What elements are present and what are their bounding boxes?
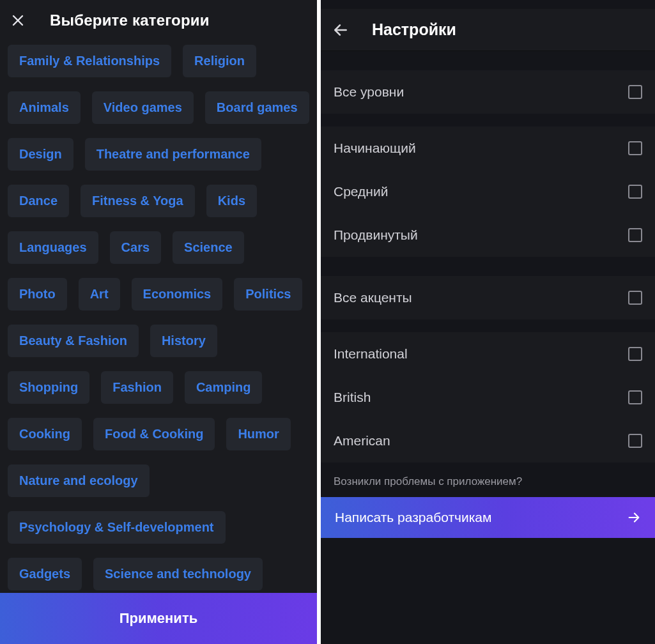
checkbox-icon[interactable] — [628, 434, 642, 448]
category-chip[interactable]: Psychology & Self-development — [8, 511, 226, 544]
section-gap — [321, 114, 655, 126]
setting-label: Продвинутый — [334, 227, 418, 243]
category-chip[interactable]: Animals — [8, 91, 81, 124]
apply-button[interactable]: Применить — [0, 593, 317, 644]
categories-screen: Выберите категории Family & Relationship… — [0, 0, 321, 644]
contact-developers-button[interactable]: Написать разработчикам — [321, 497, 655, 538]
category-chip[interactable]: Food & Cooking — [93, 418, 215, 450]
setting-label: Средний — [334, 184, 388, 199]
checkbox-icon[interactable] — [628, 228, 642, 242]
category-chip[interactable]: Science and technology — [93, 558, 263, 590]
arrow-right-icon — [627, 510, 641, 525]
status-bar — [321, 0, 655, 9]
category-chip[interactable]: Science — [173, 231, 244, 264]
setting-row[interactable]: Продвинутый — [321, 213, 655, 257]
setting-row-all-accents[interactable]: Все акценты — [321, 276, 655, 319]
category-chip[interactable]: Politics — [234, 278, 302, 310]
category-chip[interactable]: Fitness & Yoga — [81, 185, 195, 217]
category-chip[interactable]: Religion — [183, 45, 256, 77]
category-chip[interactable]: Cooking — [8, 418, 82, 450]
checkbox-icon[interactable] — [628, 390, 642, 404]
apply-label: Применить — [119, 610, 197, 627]
category-chip[interactable]: Family & Relationships — [8, 45, 171, 77]
category-chip[interactable]: History — [150, 325, 217, 357]
empty-area — [321, 538, 655, 644]
contact-label: Написать разработчикам — [335, 510, 491, 525]
setting-label: Начинающий — [334, 141, 416, 156]
category-chip[interactable]: Cars — [110, 231, 161, 264]
setting-row[interactable]: Начинающий — [321, 126, 655, 170]
category-chip[interactable]: Camping — [185, 371, 263, 404]
category-chip[interactable]: Kids — [206, 185, 257, 217]
section-gap — [321, 319, 655, 332]
setting-row[interactable]: American — [321, 419, 655, 463]
categories-header: Выберите категории — [0, 0, 317, 45]
setting-label: International — [334, 346, 408, 362]
category-chip[interactable]: Economics — [132, 278, 223, 310]
category-chip[interactable]: Gadgets — [8, 558, 82, 590]
setting-label: British — [334, 390, 371, 405]
category-chip[interactable]: Photo — [8, 278, 67, 310]
checkbox-icon[interactable] — [628, 141, 642, 155]
category-chip[interactable]: Video games — [92, 91, 194, 124]
category-chip[interactable]: Theatre and performance — [85, 138, 261, 171]
category-chip[interactable]: Languages — [8, 231, 98, 264]
problem-prompt: Возникли проблемы с приложением? — [321, 463, 655, 497]
checkbox-icon[interactable] — [628, 85, 642, 99]
categories-title: Выберите категории — [50, 12, 210, 29]
settings-title: Настройки — [372, 20, 456, 39]
close-icon[interactable] — [10, 13, 26, 28]
checkbox-icon[interactable] — [628, 185, 642, 199]
setting-row[interactable]: International — [321, 332, 655, 376]
category-chip[interactable]: Board games — [205, 91, 309, 124]
categories-list: Family & RelationshipsReligionAnimalsVid… — [0, 45, 317, 644]
category-chip[interactable]: Dance — [8, 185, 69, 217]
category-chip[interactable]: Fashion — [101, 371, 173, 404]
section-gap — [321, 51, 655, 70]
settings-screen: Настройки Все уровни НачинающийСреднийПр… — [321, 0, 655, 644]
category-chip[interactable]: Shopping — [8, 371, 89, 404]
setting-label: Все акценты — [334, 290, 412, 305]
category-chip[interactable]: Nature and ecology — [8, 464, 150, 497]
setting-row-all-levels[interactable]: Все уровни — [321, 70, 655, 114]
settings-header: Настройки — [321, 9, 655, 51]
setting-row[interactable]: Средний — [321, 170, 655, 213]
back-icon[interactable] — [332, 22, 349, 38]
category-chip[interactable]: Design — [8, 138, 73, 171]
checkbox-icon[interactable] — [628, 291, 642, 305]
setting-label: Все уровни — [334, 84, 404, 100]
checkbox-icon[interactable] — [628, 347, 642, 361]
category-chip[interactable]: Art — [79, 278, 120, 310]
setting-row[interactable]: British — [321, 376, 655, 419]
setting-label: American — [334, 433, 390, 448]
section-gap — [321, 257, 655, 276]
category-chip[interactable]: Humor — [226, 418, 290, 450]
category-chip[interactable]: Beauty & Fashion — [8, 325, 139, 357]
